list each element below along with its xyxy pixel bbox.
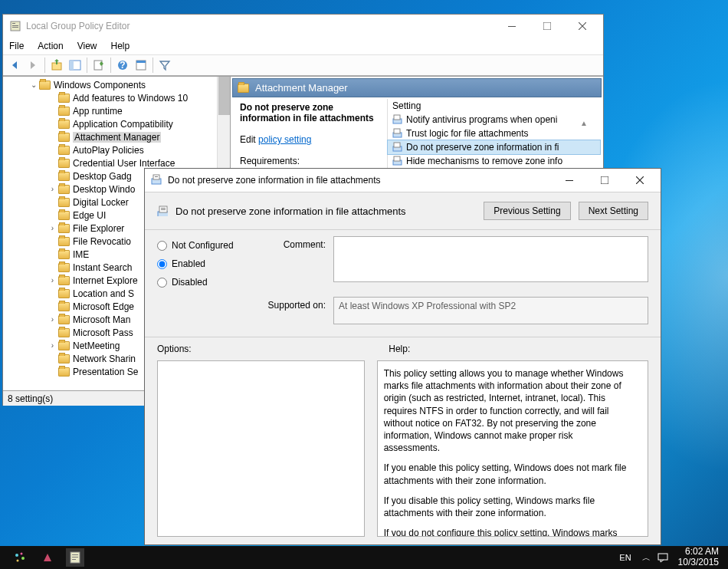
- detail-header-label: Attachment Manager: [255, 82, 348, 94]
- svg-rect-26: [601, 176, 608, 184]
- help-text: This policy setting allows you to manage…: [384, 367, 631, 537]
- help-button[interactable]: ?: [114, 57, 131, 74]
- tray-chevron-up-icon[interactable]: ︿: [642, 552, 651, 564]
- gpedit-icon: [9, 20, 21, 32]
- supported-label: Supported on:: [264, 297, 333, 324]
- tray-action-center-icon[interactable]: [657, 551, 669, 564]
- setting-row[interactable]: Hide mechanisms to remove zone info: [388, 154, 600, 168]
- help-label: Help:: [389, 344, 648, 354]
- setting-column-header[interactable]: Setting: [392, 100, 595, 111]
- tree-item-root[interactable]: ⌄Windows Components: [3, 78, 230, 91]
- svg-rect-8: [70, 61, 74, 70]
- policy-maximize-button[interactable]: [587, 169, 622, 191]
- setting-row[interactable]: Do not preserve zone information in fi: [388, 140, 600, 154]
- menu-file[interactable]: File: [9, 41, 24, 51]
- svg-rect-3: [12, 27, 18, 28]
- svg-point-32: [21, 553, 23, 555]
- setting-row[interactable]: Notify antivirus programs when openi: [388, 113, 600, 127]
- supported-on-value: At least Windows XP Professional with SP…: [333, 297, 648, 324]
- menubar: File Action View Help: [3, 38, 603, 54]
- tree-item[interactable]: Attachment Manager: [3, 130, 230, 143]
- minimize-button[interactable]: [494, 15, 530, 37]
- detail-header: Attachment Manager: [232, 78, 602, 97]
- svg-rect-4: [508, 26, 516, 27]
- tree-item[interactable]: App runtime: [3, 104, 230, 117]
- setting-row[interactable]: Trust logic for file attachments: [388, 127, 600, 140]
- comment-textarea[interactable]: [333, 236, 648, 282]
- maximize-button[interactable]: [530, 15, 565, 37]
- help-box[interactable]: This policy setting allows you to manage…: [377, 360, 648, 537]
- comment-label: Comment:: [264, 236, 333, 284]
- svg-rect-13: [136, 61, 146, 63]
- policy-titlebar[interactable]: Do not preserve zone information in file…: [145, 169, 661, 192]
- status-text: 8 setting(s): [8, 393, 53, 404]
- folder-icon: [238, 84, 249, 93]
- svg-rect-5: [543, 22, 551, 30]
- svg-rect-24: [155, 176, 158, 177]
- requirements-label: Requirements:: [240, 156, 381, 166]
- previous-setting-button[interactable]: Previous Setting: [484, 202, 570, 220]
- chevron-up-icon[interactable]: ▲: [580, 119, 588, 127]
- next-setting-button[interactable]: Next Setting: [579, 202, 648, 220]
- taskbar-clock[interactable]: 6:02 AM 10/3/2015: [678, 547, 719, 568]
- menu-view[interactable]: View: [77, 41, 97, 51]
- menu-action[interactable]: Action: [38, 41, 63, 51]
- svg-rect-21: [394, 156, 400, 161]
- close-button[interactable]: [565, 15, 600, 37]
- policy-reg-icon: [157, 206, 168, 216]
- options-label: Options:: [157, 344, 373, 354]
- filter-button[interactable]: [156, 57, 173, 74]
- policy-subtitle: Do not preserve zone information in file…: [175, 206, 476, 217]
- options-box: [157, 360, 365, 537]
- selected-setting-title: Do not preserve zone information in file…: [240, 102, 381, 123]
- svg-rect-37: [72, 557, 78, 557]
- export-button[interactable]: [90, 57, 107, 74]
- tree-item[interactable]: Add features to Windows 10: [3, 91, 230, 104]
- up-button[interactable]: [48, 57, 65, 74]
- policy-minimize-button[interactable]: [552, 169, 587, 191]
- gpedit-title: Local Group Policy Editor: [26, 21, 494, 31]
- svg-rect-17: [394, 129, 400, 133]
- radio-disabled[interactable]: Disabled: [157, 273, 249, 291]
- svg-text:?: ?: [120, 60, 125, 71]
- svg-rect-1: [12, 23, 15, 24]
- menu-help[interactable]: Help: [111, 41, 130, 51]
- svg-rect-39: [658, 554, 667, 560]
- forward-button[interactable]: [25, 57, 41, 74]
- taskbar-app-gpedit[interactable]: [66, 548, 84, 567]
- svg-rect-19: [394, 143, 400, 147]
- radio-not-configured[interactable]: Not Configured: [157, 236, 249, 255]
- policy-icon: [151, 174, 163, 186]
- svg-rect-38: [72, 559, 76, 560]
- edit-label: Edit: [240, 134, 256, 145]
- taskbar-app-2[interactable]: [38, 548, 57, 567]
- svg-rect-15: [394, 115, 400, 120]
- taskbar-language[interactable]: EN: [619, 553, 631, 562]
- svg-rect-2: [12, 25, 18, 26]
- svg-rect-25: [566, 180, 573, 181]
- tree-item[interactable]: AutoPlay Policies: [3, 143, 230, 156]
- svg-rect-30: [161, 209, 166, 210]
- svg-rect-36: [72, 554, 78, 555]
- tree-item[interactable]: Application Compatibility: [3, 117, 230, 130]
- policy-dialog: Do not preserve zone information in file…: [144, 168, 661, 545]
- svg-rect-29: [161, 208, 166, 209]
- svg-point-34: [17, 560, 19, 562]
- taskbar: EN ︿ 6:02 AM 10/3/2015: [0, 546, 728, 569]
- back-button[interactable]: [6, 57, 23, 74]
- show-hide-tree-button[interactable]: [67, 57, 84, 74]
- svg-point-31: [15, 554, 18, 557]
- svg-point-33: [21, 557, 25, 560]
- properties-button[interactable]: [133, 57, 149, 74]
- radio-enabled[interactable]: Enabled: [157, 255, 249, 273]
- policy-title: Do not preserve zone information in file…: [168, 175, 552, 186]
- toolbar: ?: [3, 54, 603, 76]
- edit-policy-link[interactable]: policy setting: [258, 134, 311, 145]
- gpedit-titlebar[interactable]: Local Group Policy Editor: [3, 15, 603, 38]
- taskbar-app-1[interactable]: [11, 548, 29, 567]
- policy-close-button[interactable]: [622, 169, 657, 191]
